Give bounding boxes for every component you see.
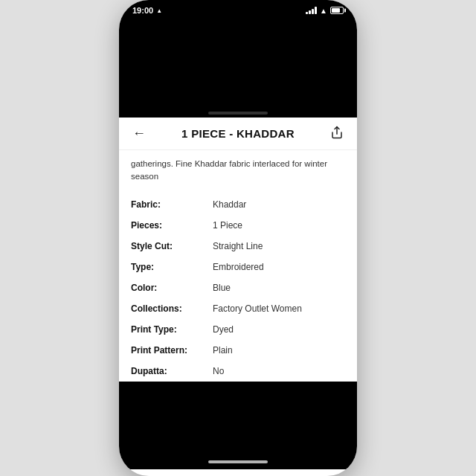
details-table: Fabric:KhaddarPieces:1 PieceStyle Cut:St… [131, 194, 345, 382]
table-row: Type:Embroidered [131, 257, 345, 277]
detail-label: Fabric: [131, 199, 213, 210]
table-row: Pieces:1 Piece [131, 215, 345, 236]
table-row: Dupatta:No [131, 361, 345, 382]
detail-value: Khaddar [213, 199, 345, 210]
home-indicator [208, 460, 268, 463]
location-arrow-icon: ▲ [156, 7, 162, 14]
page-title: 1 PIECE - KHADDAR [181, 127, 295, 140]
battery-icon [330, 7, 344, 14]
detail-value: 1 Piece [213, 220, 345, 231]
detail-label: Collections: [131, 303, 213, 314]
detail-value: Straight Line [213, 241, 345, 251]
table-row: Style Cut:Straight Line [131, 236, 345, 257]
scroll-indicator-top [208, 112, 268, 115]
detail-label: Pieces: [131, 220, 213, 231]
detail-value: Factory Outlet Women [213, 303, 345, 314]
status-icons: ▲ [306, 7, 344, 15]
detail-label: Color: [131, 283, 213, 293]
detail-label: Style Cut: [131, 241, 213, 251]
detail-label: Type: [131, 262, 213, 272]
signal-icon [306, 7, 317, 14]
table-row: Collections:Factory Outlet Women [131, 298, 345, 319]
detail-label: Print Pattern: [131, 345, 213, 356]
share-button[interactable] [327, 123, 347, 145]
status-time: 19:00 ▲ [132, 6, 162, 15]
table-row: Color:Blue [131, 277, 345, 298]
content-area: gatherings. Fine Khaddar fabric interlac… [119, 150, 357, 382]
table-row: Print Type:Dyed [131, 319, 345, 340]
status-bar: 19:00 ▲ ▲ [119, 0, 357, 21]
detail-value: Plain [213, 345, 345, 356]
table-row: Fabric:Khaddar [131, 194, 345, 215]
detail-value: Blue [213, 283, 345, 293]
table-row: Print Pattern:Plain [131, 340, 345, 361]
navbar: ← 1 PIECE - KHADDAR [119, 118, 357, 150]
time-display: 19:00 [132, 6, 153, 15]
product-description: gatherings. Fine Khaddar fabric interlac… [131, 158, 345, 184]
detail-label: Dupatta: [131, 366, 213, 376]
product-image-bottom [119, 382, 357, 469]
detail-label: Print Type: [131, 324, 213, 335]
wifi-icon: ▲ [320, 7, 327, 15]
back-button[interactable]: ← [129, 123, 149, 144]
detail-value: Embroidered [213, 262, 345, 272]
detail-value: Dyed [213, 324, 345, 335]
detail-value: No [213, 366, 345, 376]
product-image-top [119, 21, 357, 118]
phone-frame: 19:00 ▲ ▲ ← 1 PIECE - KHADDAR [119, 0, 357, 476]
